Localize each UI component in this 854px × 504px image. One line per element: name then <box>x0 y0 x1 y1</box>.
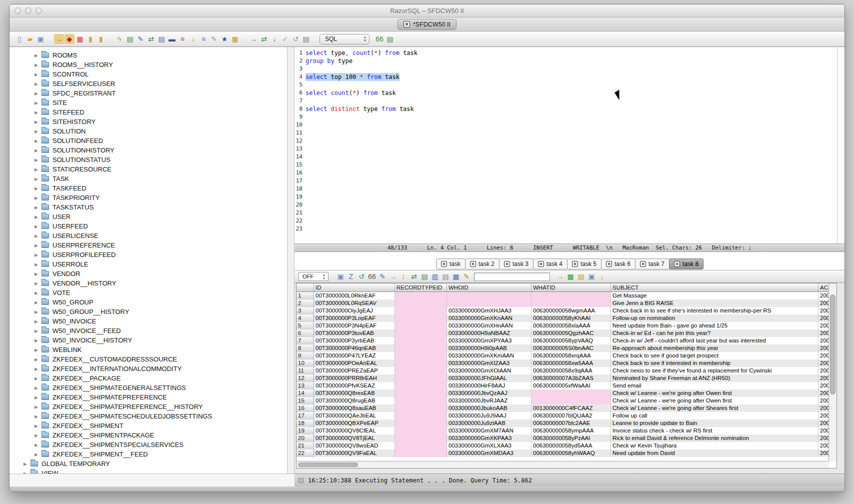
disclosure-triangle-icon[interactable]: ▶ <box>34 110 42 115</box>
scrollbar-thumb[interactable] <box>298 462 358 467</box>
cell[interactable] <box>395 352 447 360</box>
tree-item[interactable]: ▶USERFEED <box>10 222 287 231</box>
reload-table-icon[interactable]: ⇄ <box>409 272 419 282</box>
cell[interactable] <box>447 292 532 300</box>
column-header[interactable]: RECORDTYPEID <box>395 284 447 292</box>
cell[interactable] <box>395 382 447 390</box>
cell[interactable]: 2008 <box>818 374 830 382</box>
cell[interactable]: Check w/ Leanne - we're going after Owen… <box>611 397 818 404</box>
cell[interactable]: 0033000000Ju9J9AAJ <box>447 412 532 420</box>
disclosure-triangle-icon[interactable]: ▶ <box>34 120 42 124</box>
disclosure-triangle-icon[interactable]: ▶ <box>34 129 42 134</box>
cell[interactable]: 2008 <box>818 367 830 374</box>
table-row[interactable]: 300T3000000OiyJgEAJ0033000000GmXHJAA3006… <box>296 307 836 314</box>
disclosure-triangle-icon[interactable]: ▶ <box>34 205 42 210</box>
code-line[interactable]: select top 100 * from task <box>306 73 400 81</box>
cell[interactable] <box>395 427 447 434</box>
cell[interactable]: 2008 <box>818 360 830 367</box>
tree-item[interactable]: ▶USERPROFILEFEED <box>10 250 287 260</box>
tree-item[interactable]: ▶VIEW <box>10 468 287 474</box>
cell[interactable]: 00T3000000L0RqSEAV <box>314 300 395 307</box>
cell[interactable] <box>532 397 611 404</box>
import-icon[interactable]: ▦ <box>566 272 576 282</box>
cell[interactable]: 006300000058xw5AAA <box>532 360 611 367</box>
tree-item[interactable]: ▶ZKFEDEX__SHIPMENT__FEED <box>10 450 287 459</box>
tree-item[interactable]: ▶VENDOR__HISTORY <box>10 278 287 288</box>
disclosure-triangle-icon[interactable]: ▶ <box>34 252 42 258</box>
tree-item[interactable]: ▶TASKSTATUS <box>10 202 287 212</box>
cell[interactable]: 0033000000JbukoAAB <box>447 404 532 412</box>
disclosure-triangle-icon[interactable]: ▶ <box>34 167 42 172</box>
cell[interactable]: 0033000000GmXHnAAN <box>447 322 532 330</box>
disclosure-triangle-icon[interactable]: ▶ <box>34 262 42 267</box>
tree-item[interactable]: ▶SOLUTION <box>10 126 287 136</box>
cell[interactable]: 2008 <box>818 344 830 352</box>
cell[interactable]: 2008 <box>818 352 830 360</box>
table-row[interactable]: 1800T3000000QBXPeEAP0033000000Ju9zlAAB00… <box>296 420 836 427</box>
close-tab-icon[interactable]: × <box>674 261 680 267</box>
cell[interactable] <box>532 390 611 397</box>
cell[interactable]: 2008 <box>818 337 830 344</box>
disclosure-triangle-icon[interactable]: ▶ <box>34 433 42 438</box>
tree-item[interactable]: ▶ZKFEDEX__CUSTOMADDRESSSOURCE <box>10 354 287 364</box>
disconnect-icon[interactable]: ◆ <box>64 34 74 44</box>
cell[interactable]: 0033000000HirF8AAJ <box>447 382 532 390</box>
disclosure-triangle-icon[interactable]: ▶ <box>34 386 42 390</box>
cell[interactable]: 00T3000000OiyJgEAJ <box>314 307 395 314</box>
table-row[interactable]: 1000T3000000POeAnEAL0033000000GmXIZAA300… <box>296 360 836 367</box>
tree-item[interactable]: ▶ZKFEDEX__SHIPMATEPREFERENCE <box>10 392 287 402</box>
cell[interactable]: 0033000000GmXKnAAN <box>447 314 532 322</box>
tree-item[interactable]: ▶TASKFEED <box>10 184 287 193</box>
table-row[interactable]: 200T3000000L0RqSEAVGive Jenn a BIG RAISE… <box>296 300 836 307</box>
sql-editor[interactable]: 1select type, count(*) from task2group b… <box>294 47 844 244</box>
commit-icon[interactable]: ✓ <box>280 34 290 44</box>
export-icon[interactable]: ▤ <box>576 272 586 282</box>
disclosure-triangle-icon[interactable]: ▶ <box>34 395 42 400</box>
tree-item[interactable]: ▶ZKFEDEX__SHIPMATEGENERALSETTINGS <box>10 383 287 392</box>
disclosure-triangle-icon[interactable]: ▶ <box>34 234 42 238</box>
tree-item[interactable]: ▶USERROLE <box>10 260 287 269</box>
document-tab[interactable]: × *SFDCW50 II <box>398 19 456 30</box>
open-file-icon[interactable]: ▰ <box>25 34 35 44</box>
cell[interactable]: Check-in w/ Ed - can he join this year? <box>611 330 818 337</box>
reexecute-icon[interactable]: ⇄ <box>259 34 269 44</box>
editor-lines[interactable]: 1select type, count(*) from task2group b… <box>294 47 837 244</box>
cell[interactable]: 2008 <box>818 397 830 404</box>
cell[interactable]: Check w/ Leanne - we're going after Shea… <box>611 404 818 412</box>
column-header[interactable]: SUBJECT <box>611 284 818 292</box>
close-tab-icon[interactable]: × <box>470 261 476 267</box>
cell[interactable]: 0033000000JbvQzAAJ <box>447 390 532 397</box>
cell[interactable]: 0033000000GmXHJAA3 <box>447 307 532 314</box>
cell[interactable]: 2008 <box>818 314 830 322</box>
cell[interactable]: 0033000000GmXMDAA3 <box>447 450 532 457</box>
cell[interactable]: 2008 <box>818 404 830 412</box>
clone-connection-icon[interactable]: ▩ <box>75 34 85 44</box>
table-row[interactable]: 1600T3000000Q8sauEAB0033000000JbukoAAB00… <box>296 404 836 412</box>
tree-item[interactable]: ▶ZKFEDEX__PACKAGE <box>10 374 287 383</box>
cell[interactable]: Check w/ Kevin Tsujihara <box>611 442 818 450</box>
scrollbar-thumb[interactable] <box>830 294 836 394</box>
cell[interactable] <box>395 292 447 300</box>
cell[interactable]: 00T3000000QAeJbEAL <box>314 412 395 420</box>
fetch-icon[interactable]: ↓ <box>270 34 280 44</box>
close-tab-icon[interactable]: × <box>572 261 578 267</box>
cell[interactable]: Leanne to provide update to Bain <box>611 420 818 427</box>
tree-item[interactable]: ▶ZKFEDEX__SHIPMENT <box>10 421 287 430</box>
cell[interactable]: 00T3000000P3LopEAF <box>314 314 395 322</box>
table-row[interactable]: 800T3000000P46qnEAB0033000000H9i0pAAB006… <box>296 344 836 352</box>
cell[interactable]: 00T3000000PfvKSEAZ <box>314 382 395 390</box>
favorites-star-icon[interactable]: ★ <box>220 34 230 44</box>
cell[interactable]: Check back in to see if she's interested… <box>611 307 818 314</box>
disclosure-triangle-icon[interactable]: ▶ <box>34 319 42 324</box>
database-icon[interactable]: ▮ <box>96 34 106 44</box>
cell[interactable] <box>395 344 447 352</box>
disclosure-triangle-icon[interactable]: ▶ <box>34 376 42 381</box>
column-header[interactable]: AC <box>818 284 830 292</box>
disclosure-triangle-icon[interactable]: ▶ <box>34 272 42 276</box>
cell[interactable]: 006300000058xlaAAA <box>532 322 611 330</box>
results-tab[interactable]: ×task 6 <box>601 258 636 270</box>
grid-horizontal-scrollbar[interactable] <box>296 461 828 468</box>
cell[interactable]: 00T3000000QV8CfEAL <box>314 427 395 434</box>
form-view-icon[interactable]: ▥ <box>430 272 440 282</box>
save-results-icon[interactable]: ▣ <box>336 272 346 282</box>
